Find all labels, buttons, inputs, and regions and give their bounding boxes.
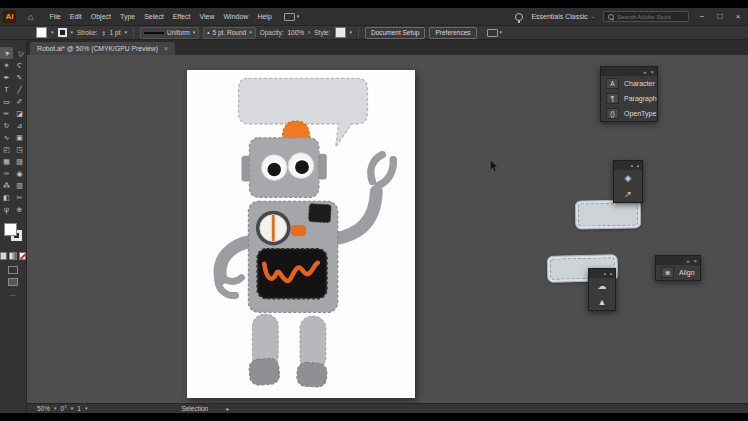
panel-item-paragraph[interactable]: ¶Paragraph: [601, 91, 657, 106]
robot-part-piece[interactable]: [575, 199, 641, 229]
tool-magic-wand[interactable]: ✶: [0, 59, 13, 71]
rotation-value[interactable]: 0°: [61, 405, 67, 412]
stroke-color-swatch[interactable]: [58, 28, 67, 37]
tool-column-graph[interactable]: ▥: [13, 179, 26, 191]
tool-paintbrush[interactable]: ✐: [13, 95, 26, 107]
zoom-level[interactable]: 50%: [37, 405, 50, 412]
tool-shape-builder[interactable]: ◰: [0, 143, 13, 155]
menu-edit[interactable]: Edit: [70, 13, 82, 20]
artboard[interactable]: [187, 70, 415, 398]
robot-button[interactable]: [291, 225, 306, 236]
export-selection-icon[interactable]: ↗: [614, 186, 642, 202]
screen-mode-button[interactable]: [8, 278, 18, 286]
menu-help[interactable]: Help: [257, 13, 271, 20]
asset-export-icon[interactable]: ▲: [589, 294, 615, 310]
layers-icon[interactable]: ◈: [614, 170, 642, 186]
preferences-button[interactable]: Preferences: [429, 27, 476, 39]
gradient-button[interactable]: [9, 252, 16, 260]
tool-rotate[interactable]: ↻: [0, 119, 13, 131]
tools-panel: ➤▷✶Ϛ✒✎T╱▭✐✏◪↻⊿∿▣◰◳▦▨✑◉⁂▥◧✂ψ⊕ …: [0, 40, 27, 413]
tool-curvature[interactable]: ✎: [13, 71, 26, 83]
panel-item-character[interactable]: ACharacter: [601, 76, 657, 91]
tool-width[interactable]: ∿: [0, 131, 13, 143]
artboard-navigation[interactable]: 1: [77, 405, 81, 412]
robot-artwork[interactable]: [187, 70, 415, 398]
document-tab[interactable]: Robot.ai* @ 50% (CMYK/GPU Preview) ×: [30, 42, 175, 55]
robot-panel-patch[interactable]: [308, 204, 331, 223]
tool-type[interactable]: T: [0, 83, 13, 95]
tool-lasso[interactable]: Ϛ: [13, 59, 26, 71]
type-panel-items: ACharacter¶Paragraph()OpenType: [601, 76, 657, 121]
tool-pencil[interactable]: ✏: [0, 107, 13, 119]
none-button[interactable]: [19, 252, 26, 260]
variable-width-profile-dropdown[interactable]: Uniform ▾: [140, 27, 199, 39]
tool-slice[interactable]: ✂: [13, 191, 26, 203]
edit-toolbar-icon[interactable]: …: [9, 290, 17, 297]
illustrator-window: Ai ⌂ FileEditObjectTypeSelectEffectViewW…: [0, 0, 748, 421]
graphic-style-swatch[interactable]: [335, 27, 346, 38]
stroke-weight-stepper[interactable]: ▲▼: [102, 30, 106, 36]
fill-color-swatch[interactable]: [36, 27, 47, 38]
menu-select[interactable]: Select: [144, 13, 163, 20]
close-panel-icon[interactable]: ×: [693, 258, 697, 264]
robot-foot-right[interactable]: [296, 362, 327, 387]
control-panel-menu[interactable]: ▾: [487, 29, 503, 37]
collapse-panel-icon[interactable]: «: [643, 69, 646, 75]
document-setup-button[interactable]: Document Setup: [365, 27, 425, 39]
menu-file[interactable]: File: [49, 13, 60, 20]
close-button[interactable]: ×: [733, 12, 743, 21]
robot-arm-left[interactable]: [218, 241, 253, 296]
panel-item-opentype[interactable]: ()OpenType: [601, 106, 657, 121]
tool-scale[interactable]: ⊿: [13, 119, 26, 131]
color-button[interactable]: [0, 252, 7, 260]
adobe-stock-search[interactable]: [603, 11, 689, 22]
tool-line-segment[interactable]: ╱: [13, 83, 26, 95]
robot-gauge[interactable]: [256, 211, 291, 246]
tool-free-transform[interactable]: ▣: [13, 131, 26, 143]
menu-object[interactable]: Object: [91, 13, 111, 20]
fill-indicator[interactable]: [4, 223, 17, 236]
canvas-pasteboard[interactable]: « × ACharacter¶Paragraph()OpenType ▪▪ ◈↗…: [27, 55, 748, 403]
tool-symbol-sprayer[interactable]: ⁂: [0, 179, 13, 191]
workspace-switcher[interactable]: Essentials Classic ⌄: [531, 13, 595, 20]
tool-selection[interactable]: ➤: [0, 47, 13, 59]
robot-foot-left[interactable]: [249, 358, 280, 386]
cloud-libraries-icon[interactable]: ☁: [589, 278, 615, 294]
tool-gradient[interactable]: ▨: [13, 155, 26, 167]
home-icon[interactable]: ⌂: [28, 12, 33, 22]
tool-hand[interactable]: ψ: [0, 203, 13, 215]
menu-window[interactable]: Window: [224, 13, 249, 20]
lightbulb-icon[interactable]: [515, 13, 523, 21]
gpu-performance-indicator[interactable]: ▾: [284, 13, 300, 21]
collapse-panel-icon[interactable]: «: [686, 258, 689, 264]
drawing-mode-button[interactable]: [8, 266, 18, 274]
tool-mesh[interactable]: ▦: [0, 155, 13, 167]
menu-type[interactable]: Type: [120, 13, 135, 20]
tool-eraser[interactable]: ◪: [13, 107, 26, 119]
tool-blend[interactable]: ◉: [13, 167, 26, 179]
stroke-weight-value[interactable]: 1 pt: [110, 29, 121, 36]
tab-close-icon[interactable]: ×: [164, 45, 168, 52]
robot-leg-right[interactable]: [300, 316, 326, 370]
opacity-value[interactable]: 100%: [287, 29, 304, 36]
panel-item-align[interactable]: ≣ Align: [656, 265, 700, 280]
status-arrow-icon[interactable]: ▸: [226, 405, 229, 412]
tool-perspective-grid[interactable]: ◳: [13, 143, 26, 155]
robot-screen[interactable]: [257, 249, 326, 299]
tool-pen[interactable]: ✒: [0, 71, 13, 83]
close-panel-icon[interactable]: ×: [650, 69, 654, 75]
menu-effect[interactable]: Effect: [173, 13, 191, 20]
brush-definition-dropdown[interactable]: • 5 pt. Round ▾: [203, 27, 255, 39]
minimize-button[interactable]: −: [697, 12, 707, 21]
align-panel: « × ≣ Align: [655, 255, 701, 281]
restore-button[interactable]: □: [715, 12, 725, 21]
tool-zoom[interactable]: ⊕: [13, 203, 26, 215]
tool-eyedropper[interactable]: ✑: [0, 167, 13, 179]
search-input[interactable]: [617, 14, 687, 20]
tool-direct-selection[interactable]: ▷: [13, 47, 26, 59]
opacity-more[interactable]: ›: [308, 29, 310, 36]
tool-rectangle[interactable]: ▭: [0, 95, 13, 107]
tool-artboard[interactable]: ◧: [0, 191, 13, 203]
robot-arm-right[interactable]: [334, 155, 394, 239]
menu-view[interactable]: View: [199, 13, 214, 20]
